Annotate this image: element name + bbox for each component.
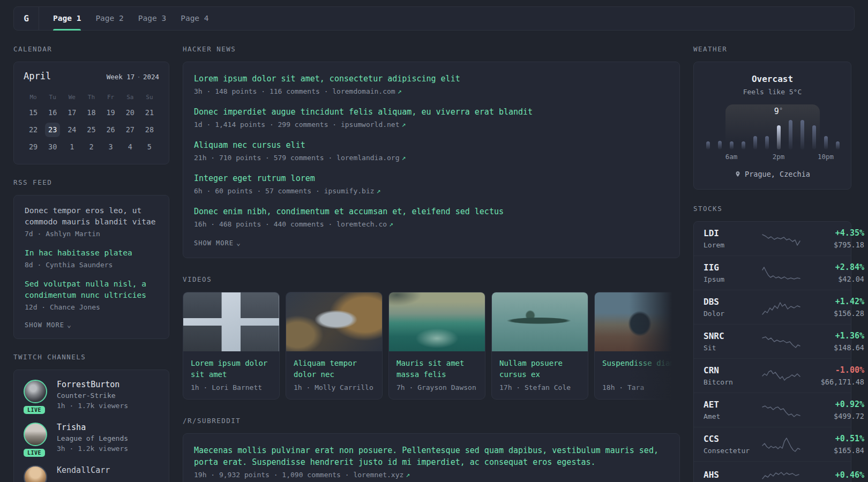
app-logo[interactable]: G — [14, 7, 39, 30]
hn-story-link[interactable]: Integer eget rutrum lorem — [194, 172, 669, 184]
external-link-icon: ↗ — [406, 471, 410, 479]
stock-name: Bitcorn — [704, 378, 761, 386]
video-title-link[interactable]: Nullam posuere cursus ex — [492, 351, 588, 380]
stock-ticker: LDI — [704, 228, 761, 238]
weather-chart: 9° — [702, 104, 843, 149]
twitch-widget: LIVE ForrestBurton Counter-Strike 1h · 1… — [13, 370, 169, 482]
video-card[interactable]: Nullam posuere cursus ex 17h · Stefan Co… — [491, 292, 588, 400]
tab-page-2[interactable]: Page 2 — [95, 7, 123, 30]
rss-item-link[interactable]: Donec tempor eros leo, ut commodo mauris… — [25, 205, 158, 228]
calendar-date: 21 — [140, 106, 159, 122]
stock-row[interactable]: LDILorem +4.35%$795.18 — [694, 222, 851, 255]
stock-name: Consectetur — [704, 447, 761, 455]
tab-page-1[interactable]: Page 1 — [53, 7, 81, 30]
reddit-post-domain-link[interactable]: loremnet.xyz — [353, 471, 403, 479]
calendar-date: 30 — [43, 140, 62, 156]
video-meta: 1h · Lori Barnett — [183, 380, 279, 399]
video-title-link[interactable]: Mauris sit amet massa felis — [389, 351, 485, 380]
external-link-icon: ↗ — [377, 187, 381, 195]
calendar-grid: Mo Tu We Th Fr Sa Su 15 16 17 18 19 20 2… — [24, 92, 159, 156]
hn-story-domain-link[interactable]: loremtech.co — [336, 220, 387, 228]
calendar-date: 19 — [101, 106, 121, 122]
video-title-link[interactable]: Suspendisse diam — [595, 351, 680, 380]
stock-name: Sit — [704, 344, 761, 352]
hn-story-domain-link[interactable]: loremdomain.com — [332, 87, 395, 95]
calendar-date: 15 — [24, 106, 43, 122]
stock-row[interactable]: IIGIpsum +2.84%$42.04 — [694, 255, 851, 290]
channel-game: League of Legends — [57, 434, 128, 442]
video-title-link[interactable]: Aliquam tempor dolor nec pharetra… — [286, 351, 382, 380]
subreddit-widget: Maecenas mollis pulvinar erat non posuer… — [183, 433, 680, 482]
reddit-post-link[interactable]: Maecenas mollis pulvinar erat non posuer… — [194, 445, 669, 468]
rss-item-meta: 8d · Cynthia Saunders — [25, 261, 158, 269]
subreddit-section-title: /R/SUBREDDIT — [183, 417, 680, 425]
location-pin-icon — [735, 171, 741, 177]
channel-name: KendallCarr — [57, 465, 110, 475]
video-card[interactable]: Mauris sit amet massa felis 7h · Grayson… — [388, 292, 485, 400]
stock-price: $42.04 — [801, 275, 864, 283]
weekday-label: Fr — [101, 92, 121, 105]
stock-price: $156.28 — [801, 309, 864, 318]
hn-story-meta: 6h · 60 points · 57 comments · ipsumify.… — [194, 187, 669, 195]
channel-name: Trisha — [57, 423, 128, 432]
tab-page-4[interactable]: Page 4 — [181, 7, 208, 30]
hn-show-more-button[interactable]: SHOW MORE⌄ — [194, 239, 669, 247]
calendar-section-title: CALENDAR — [13, 45, 169, 53]
stock-row[interactable]: SNRCSit +1.36%$148.64 — [694, 324, 851, 358]
rss-item-link[interactable]: Sed volutpat nulla nisl, a condimentum n… — [25, 278, 158, 301]
stock-sparkline — [761, 368, 801, 384]
stock-change: +0.92% — [801, 400, 864, 409]
hn-story-link[interactable]: Donec enim nibh, condimentum et accumsan… — [194, 206, 669, 217]
twitch-channel-row[interactable]: KendallCarr — [24, 465, 159, 482]
stock-row[interactable]: AHS +0.46% — [694, 461, 851, 482]
stock-name: Ipsum — [704, 275, 761, 283]
avatar: LIVE — [24, 423, 48, 453]
calendar-widget: April Week 17·2024 Mo Tu We Th Fr Sa Su … — [13, 62, 169, 164]
weekday-label: Tu — [43, 92, 62, 105]
rss-show-more-button[interactable]: SHOW MORE⌄ — [25, 321, 158, 329]
calendar-date: 26 — [101, 123, 121, 139]
stock-ticker: CCS — [704, 434, 761, 444]
video-card[interactable]: Aliquam tempor dolor nec pharetra… 1h · … — [286, 292, 383, 400]
hn-story: Integer eget rutrum lorem 6h · 60 points… — [194, 172, 669, 195]
stock-row[interactable]: CCSConsectetur +0.51%$165.84 — [694, 427, 851, 461]
hn-story-link[interactable]: Donec imperdiet augue tincidunt felis al… — [194, 106, 669, 118]
hn-story-domain-link[interactable]: ipsumworld.net — [341, 120, 400, 129]
page-tabs: Page 1 Page 2 Page 3 Page 4 — [53, 7, 209, 30]
stock-sparkline — [761, 402, 801, 418]
twitch-channel-row[interactable]: LIVE Trisha League of Legends 3h · 1.2k … — [24, 423, 159, 453]
video-card[interactable]: Lorem ipsum dolor sit amet consectetu… 1… — [183, 292, 280, 400]
calendar-date: 29 — [24, 140, 43, 156]
channel-viewers: 3h · 1.2k viewers — [57, 445, 128, 453]
stock-change: +4.35% — [801, 228, 864, 238]
weekday-label: Mo — [24, 92, 43, 105]
hn-story: Donec imperdiet augue tincidunt felis al… — [194, 106, 669, 129]
calendar-header: April Week 17·2024 — [24, 71, 159, 81]
hn-story-domain-link[interactable]: loremlandia.org — [336, 154, 399, 162]
stock-row[interactable]: AETAmet +0.92%$499.72 — [694, 393, 851, 427]
stock-row[interactable]: DBSDolor +1.42%$156.28 — [694, 290, 851, 324]
calendar-date: 2 — [81, 140, 101, 156]
stock-row[interactable]: CRNBitcorn -1.00%$66,171.48 — [694, 358, 851, 393]
video-title-link[interactable]: Lorem ipsum dolor sit amet consectetu… — [183, 351, 279, 380]
weekday-label: Su — [140, 92, 159, 105]
channel-info: Trisha League of Legends 3h · 1.2k viewe… — [57, 423, 128, 453]
channel-avatar-image — [24, 423, 47, 446]
calendar-date: 22 — [24, 123, 43, 139]
twitch-channel-row[interactable]: LIVE ForrestBurton Counter-Strike 1h · 1… — [24, 380, 159, 410]
tab-page-3[interactable]: Page 3 — [138, 7, 166, 30]
stocks-section-title: STOCKS — [693, 205, 851, 213]
rss-item-link[interactable]: In hac habitasse platea — [25, 247, 158, 259]
stock-price: $165.84 — [801, 446, 864, 455]
rss-section: RSS FEED Donec tempor eros leo, ut commo… — [13, 178, 169, 339]
hn-story-domain-link[interactable]: ipsumify.biz — [324, 187, 375, 195]
weather-tick-labels: 6am2pm10pm — [702, 153, 843, 161]
hacker-news-section: HACKER NEWS Lorem ipsum dolor sit amet, … — [183, 45, 680, 258]
video-card[interactable]: Suspendisse diam 18h · Tara — [594, 292, 680, 400]
external-link-icon: ↗ — [389, 220, 393, 228]
left-column: CALENDAR April Week 17·2024 Mo Tu We Th … — [13, 45, 169, 482]
channel-game: Counter-Strike — [57, 391, 128, 400]
stock-price: $148.64 — [801, 343, 864, 352]
hn-story-link[interactable]: Aliquam nec cursus elit — [194, 139, 669, 151]
hn-story-link[interactable]: Lorem ipsum dolor sit amet, consectetur … — [194, 73, 669, 85]
